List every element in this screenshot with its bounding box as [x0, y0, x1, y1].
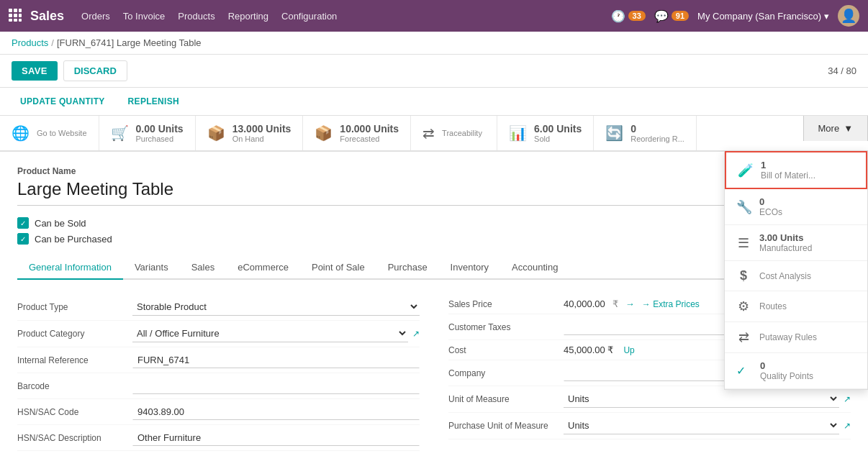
field-purchase-uom: Purchase Unit of Measure Units ↗ [448, 413, 851, 439]
nav-products[interactable]: Products [178, 11, 214, 22]
internal-ref-input[interactable] [132, 352, 420, 368]
nav-orders[interactable]: Orders [81, 11, 110, 22]
product-category-ext-link[interactable]: ↗ [412, 329, 420, 339]
uom-ext-link[interactable]: ↗ [844, 394, 851, 404]
stat-btn-website[interactable]: 🌐 Go to Website [0, 116, 99, 150]
dropdown-item-ecos[interactable]: 🔧 0 ECOs [725, 189, 867, 225]
action-buttons: SAVE DISCARD [12, 60, 127, 81]
discard-button[interactable]: DISCARD [63, 60, 127, 81]
checkbox-sold-icon: ✓ [17, 217, 29, 229]
cost-update-link[interactable]: Up [623, 345, 634, 355]
cost-value[interactable]: 45,000.00 ₹ [564, 345, 613, 355]
svg-rect-2 [19, 9, 22, 12]
stat-label-sold: Sold [534, 134, 582, 143]
purchase-uom-label: Purchase Unit of Measure [448, 421, 564, 431]
tab-inventory[interactable]: Inventory [439, 256, 500, 280]
nav-reporting[interactable]: Reporting [228, 11, 268, 22]
secondary-actions: UPDATE QUANTITY REPLENISH [0, 88, 868, 116]
tab-general-information[interactable]: General Information [17, 256, 123, 280]
sales-price-label: Sales Price [448, 299, 564, 309]
routes-icon: ⚙ [736, 298, 751, 314]
forecasted-icon: 📦 [315, 124, 333, 142]
manufactured-label: Manufactured [759, 243, 812, 253]
product-category-select[interactable]: All / Office Furniture [132, 325, 408, 342]
field-product-type: Product Type Storable Product [17, 294, 420, 321]
notification-badge-2[interactable]: 💬 91 [654, 9, 689, 23]
uom-select[interactable]: Units [564, 391, 839, 407]
tab-point-of-sale[interactable]: Point of Sale [300, 256, 376, 280]
hsn-code-input[interactable] [132, 403, 420, 420]
stat-number-reordering: 0 [630, 123, 684, 134]
dropdown-item-cost-analysis[interactable]: $ Cost Analysis [725, 261, 867, 291]
svg-rect-1 [14, 9, 17, 12]
stat-btn-traceability[interactable]: ⇄ Traceability [411, 116, 497, 150]
field-product-category: Product Category All / Office Furniture … [17, 321, 420, 347]
routes-label: Routes [759, 301, 787, 311]
action-bar: SAVE DISCARD 34 / 80 [0, 55, 868, 88]
bom-icon: 🧪 [738, 163, 752, 178]
company-dropdown-icon: ▾ [824, 11, 829, 22]
dropdown-item-putaway-rules[interactable]: ⇄ Putaway Rules [725, 322, 867, 353]
breadcrumb: Products / [FURN_6741] Large Meeting Tab… [0, 32, 868, 55]
svg-rect-3 [9, 14, 12, 17]
dropdown-item-quality-points[interactable]: ✓ 0 Quality Points [725, 353, 867, 389]
dropdown-item-bom[interactable]: 🧪 1 Bill of Materi... [725, 151, 867, 189]
stat-number-purchased: 0.00 Units [136, 123, 184, 134]
svg-rect-0 [9, 9, 12, 12]
sales-price-value[interactable]: 40,000.00 [564, 298, 605, 309]
dropdown-item-routes[interactable]: ⚙ Routes [725, 291, 867, 322]
record-navigation: 34 / 80 [828, 65, 856, 76]
avatar[interactable]: 👤 [838, 5, 859, 27]
dropdown-item-manufactured[interactable]: ☰ 3.00 Units Manufactured [725, 225, 867, 261]
cost-analysis-icon: $ [736, 268, 751, 283]
cost-label: Cost [448, 345, 564, 355]
checkbox-purchased-icon: ✓ [17, 233, 29, 245]
customer-taxes-label: Customer Taxes [448, 322, 564, 332]
breadcrumb-parent[interactable]: Products [12, 37, 48, 48]
grid-icon[interactable] [9, 9, 22, 24]
stat-btn-forecasted[interactable]: 📦 10.000 Units Forecasted [303, 116, 411, 150]
stat-number-forecasted: 10.000 Units [340, 123, 399, 134]
notification-badge-1[interactable]: 🕐 33 [611, 9, 646, 23]
nav-configuration[interactable]: Configuration [281, 11, 337, 22]
stat-btn-reordering[interactable]: 🔄 0 Reordering R... [594, 116, 697, 150]
update-quantity-button[interactable]: UPDATE QUANTITY [12, 91, 114, 112]
tab-variants[interactable]: Variants [123, 256, 180, 280]
stat-btn-purchased[interactable]: 🛒 0.00 Units Purchased [99, 116, 196, 150]
checkbox-sold-label: Can be Sold [35, 218, 86, 229]
save-button[interactable]: SAVE [12, 61, 58, 81]
field-hsn-desc: HSN/SAC Description [17, 425, 420, 451]
stat-btn-sold[interactable]: 📊 6.00 Units Sold [497, 116, 594, 150]
purchase-uom-ext-link[interactable]: ↗ [844, 421, 851, 431]
tab-ecommerce[interactable]: eCommerce [226, 256, 300, 280]
purchase-uom-select[interactable]: Units [564, 417, 839, 434]
barcode-input[interactable] [132, 378, 420, 394]
quality-points-count: 0 [760, 360, 813, 371]
more-dropdown-container: More ▼ 🧪 1 Bill of Materi... 🔧 0 ECOs [803, 116, 869, 150]
onhand-icon: 📦 [207, 124, 225, 142]
replenish-button[interactable]: REPLENISH [119, 91, 188, 112]
product-type-select[interactable]: Storable Product [132, 298, 420, 315]
nav-invoice[interactable]: To Invoice [123, 11, 166, 22]
stat-btn-on-hand[interactable]: 📦 13.000 Units On Hand [196, 116, 304, 150]
more-button[interactable]: More ▼ [803, 116, 869, 141]
cart-icon: 🛒 [111, 124, 129, 142]
bom-label: Bill of Materi... [761, 170, 815, 181]
tab-purchase[interactable]: Purchase [376, 256, 439, 280]
tab-accounting[interactable]: Accounting [500, 256, 569, 280]
ecos-icon: 🔧 [736, 199, 751, 215]
internal-ref-label: Internal Reference [17, 355, 132, 365]
product-category-label: Product Category [17, 329, 132, 339]
more-label: More [818, 123, 840, 134]
extra-prices-link[interactable]: → Extra Prices [642, 299, 700, 309]
checkmark-icon: ✓ [736, 364, 746, 378]
company-name: My Company (San Francisco) [697, 11, 821, 22]
svg-rect-8 [19, 19, 22, 22]
company-selector[interactable]: My Company (San Francisco) ▾ [697, 11, 829, 22]
checkbox-purchased-label: Can be Purchased [35, 234, 112, 245]
nav-links: Orders To Invoice Products Reporting Con… [81, 11, 611, 22]
tab-sales[interactable]: Sales [180, 256, 227, 280]
field-unit-of-measure: Unit of Measure Units ↗ [448, 386, 851, 413]
hsn-desc-input[interactable] [132, 429, 420, 446]
svg-rect-7 [14, 19, 17, 22]
